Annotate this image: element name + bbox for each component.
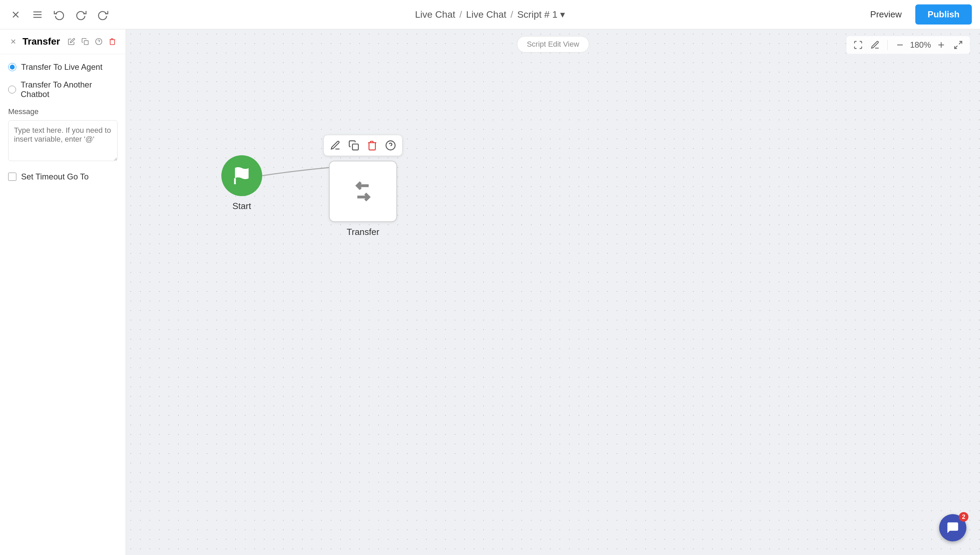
node-toolbar bbox=[324, 135, 403, 156]
redo-button[interactable] bbox=[95, 7, 110, 22]
pencil-tool-button[interactable] bbox=[868, 38, 882, 52]
radio-live-agent-input[interactable] bbox=[8, 63, 16, 71]
transfer-node[interactable]: Transfer bbox=[324, 135, 403, 237]
left-panel: Transfer bbox=[0, 29, 126, 555]
topbar-left bbox=[8, 7, 110, 22]
radio-chatbot-input[interactable] bbox=[8, 85, 16, 94]
radio-transfer-chatbot[interactable]: Transfer To Another Chatbot bbox=[8, 80, 117, 99]
radio-live-agent-label: Transfer To Live Agent bbox=[21, 62, 103, 72]
edit-button[interactable] bbox=[66, 37, 77, 47]
node-edit-icon[interactable] bbox=[329, 139, 342, 152]
svg-rect-7 bbox=[84, 40, 88, 45]
fullscreen-button[interactable] bbox=[851, 38, 865, 52]
canvas-toolbar: 180% bbox=[847, 36, 970, 54]
panel-title: Transfer bbox=[22, 36, 62, 47]
checkbox-timeout[interactable]: Set Timeout Go To bbox=[8, 172, 117, 181]
help-button[interactable] bbox=[94, 37, 104, 47]
breadcrumb-sep1: / bbox=[459, 9, 462, 20]
zoom-level: 180% bbox=[910, 40, 931, 50]
radio-transfer-live-agent[interactable]: Transfer To Live Agent bbox=[8, 62, 117, 72]
panel-close-button[interactable] bbox=[8, 37, 18, 47]
transfer-box[interactable] bbox=[329, 161, 397, 222]
flow-arrow bbox=[126, 29, 980, 555]
expand-button[interactable] bbox=[951, 38, 965, 52]
zoom-out-button[interactable] bbox=[893, 38, 907, 52]
panel-actions bbox=[66, 37, 117, 47]
script-name-text: Script # 1 bbox=[517, 9, 557, 20]
start-node[interactable]: Start bbox=[221, 155, 262, 212]
node-copy-icon[interactable] bbox=[347, 139, 361, 152]
checkbox-timeout-input[interactable] bbox=[8, 173, 16, 181]
menu-button[interactable] bbox=[30, 7, 45, 22]
undo-button[interactable] bbox=[52, 7, 67, 22]
node-delete-icon[interactable] bbox=[366, 139, 379, 152]
zoom-in-button[interactable] bbox=[934, 38, 948, 52]
node-help-icon[interactable] bbox=[384, 139, 398, 152]
breadcrumb-part1: Live Chat bbox=[415, 9, 455, 20]
canvas-label: Script Edit View bbox=[517, 36, 589, 53]
chat-widget-button[interactable]: 2 bbox=[939, 514, 966, 541]
checkbox-timeout-label: Set Timeout Go To bbox=[21, 172, 88, 181]
breadcrumb: Live Chat / Live Chat / Script # 1 ▾ bbox=[415, 9, 565, 20]
breadcrumb-part2: Live Chat bbox=[466, 9, 506, 20]
canvas-area[interactable]: Script Edit View 180% bbox=[126, 29, 980, 555]
start-circle-icon bbox=[221, 155, 262, 196]
transfer-label: Transfer bbox=[346, 227, 379, 237]
chevron-down-icon: ▾ bbox=[560, 9, 565, 20]
preview-button[interactable]: Preview bbox=[863, 6, 908, 23]
svg-line-14 bbox=[955, 46, 958, 48]
topbar-right: Preview Publish bbox=[863, 5, 972, 24]
radio-chatbot-label: Transfer To Another Chatbot bbox=[21, 80, 117, 99]
breadcrumb-sep2: / bbox=[510, 9, 513, 20]
message-label: Message bbox=[8, 107, 117, 116]
svg-line-13 bbox=[959, 42, 962, 44]
refresh-button[interactable] bbox=[74, 7, 88, 22]
panel-body: Transfer To Live Agent Transfer To Anoth… bbox=[0, 54, 126, 190]
close-button[interactable] bbox=[8, 7, 23, 22]
publish-button[interactable]: Publish bbox=[915, 5, 972, 24]
topbar: Live Chat / Live Chat / Script # 1 ▾ Pre… bbox=[0, 0, 980, 29]
copy-button[interactable] bbox=[80, 37, 90, 47]
svg-rect-17 bbox=[353, 144, 358, 150]
script-name[interactable]: Script # 1 ▾ bbox=[517, 9, 565, 20]
start-label: Start bbox=[233, 201, 251, 212]
toolbar-divider bbox=[887, 40, 888, 50]
panel-header: Transfer bbox=[0, 29, 126, 54]
message-textarea[interactable] bbox=[8, 120, 117, 161]
delete-button[interactable] bbox=[107, 37, 117, 47]
chat-badge: 2 bbox=[959, 512, 969, 521]
